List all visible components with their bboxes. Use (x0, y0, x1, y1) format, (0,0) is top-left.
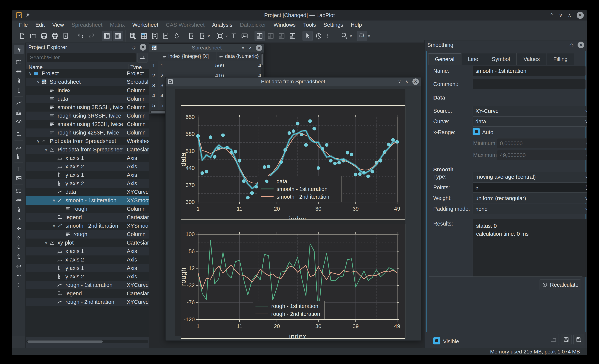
tree-row-y-axis-1[interactable]: y axis 1Axis (26, 171, 149, 179)
menu-analysis[interactable]: Analysis (209, 21, 235, 29)
add-legend-tool[interactable] (14, 130, 24, 139)
collapse-icon[interactable]: ∨ (43, 240, 49, 245)
close-dock-icon[interactable]: ✕ (140, 44, 146, 51)
visible-checkbox[interactable] (433, 337, 440, 345)
menu-edit[interactable]: Edit (32, 21, 48, 29)
chart-data-plot[interactable]: 11120303949300370440510580650indexdatada… (181, 105, 405, 220)
menu-tools[interactable]: Tools (300, 21, 319, 29)
zoom-x-select-tool[interactable] (14, 67, 24, 76)
spreadsheet-titlebar[interactable]: Spreadsheet ∨ ∧ ✕ (149, 44, 264, 52)
tree-row-y-axis-1[interactable]: y axis 1Axis (26, 264, 149, 272)
cursor-tool[interactable] (14, 86, 24, 95)
new-spreadsheet-button[interactable] (128, 31, 138, 41)
add-fourier-tool[interactable] (14, 117, 24, 126)
tree-row-data[interactable]: dataColumn (26, 95, 149, 103)
tree-row-rough[interactable]: roughColumn (26, 230, 149, 239)
restore-window-icon[interactable]: ∧ (405, 79, 408, 84)
toggle-properties-explorer-button[interactable] (113, 31, 123, 41)
add-x-axis-tool[interactable] (14, 142, 24, 151)
tab-filling[interactable]: Filling (547, 53, 574, 65)
points-spinbox[interactable]: 5∧∨ (473, 182, 587, 193)
menu-settings[interactable]: Settings (320, 21, 346, 29)
filter-options-button[interactable] (137, 53, 148, 63)
tab-symbol[interactable]: Symbol (485, 53, 517, 65)
export-button[interactable] (187, 31, 196, 41)
recalculate-button[interactable]: Recalculate (539, 279, 581, 290)
comment-field[interactable] (473, 79, 585, 89)
shade-window-icon[interactable]: ∨ (242, 45, 245, 50)
magnification-button-chevron-icon[interactable]: ∨ (368, 34, 370, 38)
tree-row-index[interactable]: indexColumn (26, 86, 149, 95)
zoom-select-button-chevron-icon[interactable]: ∨ (350, 34, 352, 38)
new-spreadsheet-grid-button[interactable] (139, 31, 149, 41)
shift-up-y-tool[interactable] (14, 234, 24, 242)
tree-row-x-axis-1[interactable]: x axis 1Axis (26, 154, 149, 162)
add-histogram-tool[interactable] (14, 108, 24, 117)
layout-horizontal-button[interactable] (266, 31, 276, 41)
pointer-tool-button[interactable] (302, 31, 313, 41)
column-header-data[interactable]: data {Numeric} (217, 52, 262, 61)
shade-window-icon[interactable]: ∨ (398, 79, 401, 84)
tree-hscrollbar[interactable] (26, 340, 148, 343)
tree-row-smooth-2nd-iteration[interactable]: ∨smooth - 2nd iterationXYSmooth (26, 222, 149, 230)
tree-row-x-axis-2[interactable]: x axis 2Axis (26, 162, 149, 171)
tree-row-legend[interactable]: legendCartesianPlotLegend (26, 213, 149, 222)
float-dock-icon[interactable]: ◇ (132, 44, 135, 50)
menu-file[interactable]: File (16, 21, 31, 29)
padding-mode-dropdown[interactable]: none∨ (473, 204, 587, 214)
zoom-select-button[interactable] (340, 31, 349, 41)
zoom-in-tool[interactable] (14, 186, 24, 195)
save-config-as-button[interactable] (573, 334, 584, 345)
close-plot-window-icon[interactable]: ✕ (412, 79, 419, 85)
close-window-button[interactable]: ✕ (577, 12, 584, 19)
auto-checkbox[interactable] (473, 128, 480, 135)
tree-row-project[interactable]: ∨ProjectProject (26, 69, 149, 78)
tree-row-smooth-using-3rssh-twice[interactable]: smooth using 3RSSH, twiceColumn (26, 103, 149, 112)
cell-index[interactable]: 1 (158, 61, 213, 71)
tree-row-rough[interactable]: roughColumn (26, 205, 149, 213)
color-theme-button[interactable] (172, 31, 182, 41)
new-matrix-button[interactable] (150, 31, 160, 41)
tab-line[interactable]: Line (461, 53, 485, 65)
tree-row-data[interactable]: dataXYCurve (26, 188, 149, 196)
zoom-select-region-tool[interactable] (14, 58, 24, 66)
menu-view[interactable]: View (49, 21, 67, 29)
zoom-x-range-tool[interactable] (14, 196, 24, 205)
type-dropdown[interactable]: moving average (central)∨ (473, 172, 587, 182)
cell-data[interactable]: 569 (213, 61, 256, 71)
new-project-button[interactable] (17, 31, 27, 41)
spreadsheet-header[interactable]: index {Integer} [X]data {Numeric} (149, 52, 264, 61)
add-text-button[interactable] (229, 31, 238, 41)
add-image-button[interactable] (240, 31, 249, 41)
project-explorer-titlebar[interactable]: Project Explorer ◇ ✕ (26, 43, 149, 52)
add-text-label-tool[interactable] (14, 165, 24, 173)
tree-row-rough-1st-iteration[interactable]: rough - 1st iterationXYCurve (26, 281, 149, 289)
column-header-index[interactable]: index {Integer} [X] (160, 52, 217, 61)
select-tool[interactable] (14, 45, 24, 54)
zoom-y-select-tool[interactable] (14, 77, 24, 85)
more-tools-1[interactable] (14, 271, 24, 280)
tree-row-plot-data-from-spreadsheet[interactable]: ∨Plot data from SpreadsheetCartesianPlot (26, 145, 149, 154)
undo-button[interactable] (76, 31, 86, 41)
new-worksheet-button[interactable] (161, 31, 171, 41)
print-preview-button[interactable] (61, 31, 71, 41)
name-field[interactable] (473, 66, 585, 76)
plot-window-titlebar[interactable]: Plot data from Spreadsheet ∨ ∧ ✕ (166, 78, 421, 86)
collapse-icon[interactable]: ∨ (35, 139, 41, 144)
tree-row-rough-2nd-iteration[interactable]: rough - 2nd iterationXYCurve (26, 298, 149, 306)
tree-row-plot-data-from-spreadsheet[interactable]: ∨Plot data from SpreadsheetWorksheet (26, 137, 149, 145)
curve-dropdown[interactable]: data∨ (473, 116, 587, 127)
collapse-icon[interactable]: ∨ (35, 80, 41, 84)
tree-row-smooth-using-4253h-twice[interactable]: smooth using 4253H, twiceColumn (26, 120, 149, 128)
toggle-project-explorer-button[interactable] (102, 31, 112, 41)
scale-auto-x-tool[interactable] (14, 252, 24, 261)
tree-row-x-axis-1[interactable]: x axis 1Axis (26, 247, 149, 256)
collapse-icon[interactable]: ∨ (51, 223, 57, 228)
export-as-button-chevron-icon[interactable]: ∨ (208, 34, 210, 38)
add-xy-curve-tool[interactable] (14, 98, 24, 107)
save-project-button[interactable] (39, 31, 49, 41)
collapse-icon[interactable]: ∨ (43, 147, 49, 152)
menu-help[interactable]: Help (348, 21, 365, 29)
cursor-tool-button[interactable] (314, 31, 324, 41)
layout-grid-button[interactable] (277, 31, 287, 41)
